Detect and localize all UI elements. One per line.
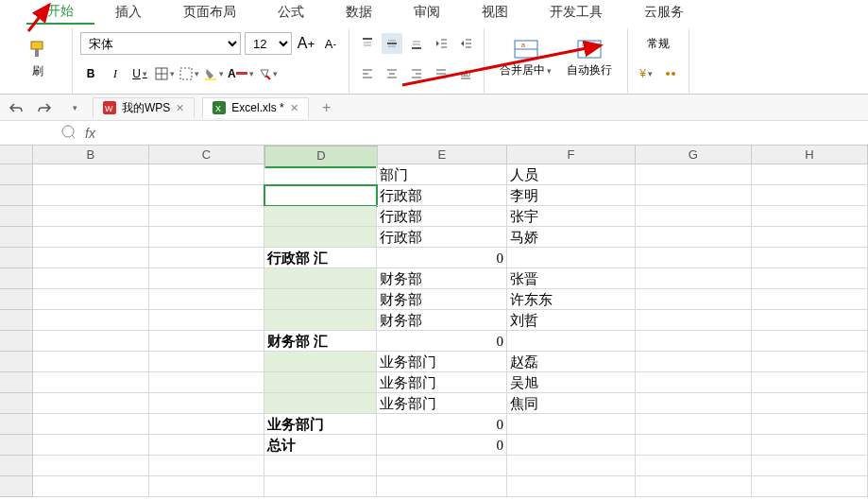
cell[interactable]: 业务部门 [264, 414, 377, 435]
cell[interactable] [264, 393, 377, 414]
menu-tab-6[interactable]: 视图 [461, 1, 529, 24]
cell[interactable] [752, 248, 868, 268]
font-color-button[interactable]: A▾ [228, 63, 254, 84]
row-header[interactable] [0, 372, 33, 393]
align-left-button[interactable] [357, 63, 378, 84]
row-header[interactable] [0, 268, 33, 289]
cell[interactable] [33, 414, 149, 435]
cell[interactable] [507, 435, 636, 456]
cell[interactable] [752, 310, 868, 331]
cell[interactable]: 0 [377, 248, 507, 268]
italic-button[interactable]: I [105, 63, 126, 84]
row-header[interactable] [0, 331, 33, 352]
cell[interactable] [33, 248, 149, 268]
align-right-button[interactable] [406, 63, 427, 84]
cell[interactable] [149, 393, 264, 414]
cell[interactable] [636, 289, 752, 310]
cell[interactable]: 财务部 [377, 310, 507, 331]
cell[interactable] [33, 352, 149, 372]
cell[interactable] [264, 206, 377, 227]
currency-button[interactable]: ¥▾ [636, 63, 656, 84]
cell[interactable] [377, 456, 507, 476]
cell[interactable] [149, 435, 264, 456]
cell[interactable] [149, 414, 264, 435]
cell[interactable] [636, 414, 752, 435]
cell[interactable] [752, 289, 868, 310]
cell[interactable] [149, 185, 264, 206]
cell[interactable]: 0 [377, 435, 507, 456]
cell[interactable] [33, 206, 149, 227]
cell[interactable] [33, 331, 149, 352]
cell[interactable] [149, 164, 264, 185]
column-header-B[interactable]: B [33, 146, 149, 164]
cell[interactable] [33, 435, 149, 456]
cell[interactable] [33, 185, 149, 206]
format-painter-button[interactable]: 刷 [11, 28, 64, 89]
column-header-C[interactable]: C [149, 146, 264, 164]
clear-format-button[interactable]: ▾ [258, 63, 279, 84]
cell[interactable] [33, 310, 149, 331]
cell[interactable] [149, 310, 264, 331]
cell[interactable] [636, 372, 752, 393]
redo-button[interactable] [34, 97, 55, 118]
cell[interactable] [752, 476, 868, 497]
cell[interactable] [507, 331, 636, 352]
cell[interactable] [752, 414, 868, 435]
undo-button[interactable] [6, 97, 26, 118]
cell[interactable] [149, 456, 264, 476]
cell[interactable] [33, 227, 149, 248]
row-header[interactable] [0, 352, 33, 372]
border-style-button[interactable]: ▾ [179, 63, 199, 84]
cell[interactable]: 张晋 [507, 268, 636, 289]
cell[interactable]: 赵磊 [507, 352, 636, 372]
row-header[interactable] [0, 289, 33, 310]
insert-function-icon[interactable] [60, 124, 76, 142]
align-middle-button[interactable] [382, 33, 402, 54]
cell[interactable] [636, 206, 752, 227]
cell[interactable] [636, 435, 752, 456]
menu-tab-2[interactable]: 页面布局 [162, 1, 257, 24]
row-header[interactable] [0, 164, 33, 185]
font-name-select[interactable]: 宋体 [80, 32, 241, 55]
column-header-F[interactable]: F [507, 146, 636, 164]
cell[interactable] [149, 248, 264, 268]
cell[interactable] [33, 268, 149, 289]
cell[interactable] [149, 268, 264, 289]
row-header[interactable] [0, 435, 33, 456]
font-size-select[interactable]: 12 [245, 32, 292, 55]
row-header[interactable] [0, 476, 33, 497]
cell[interactable] [264, 268, 377, 289]
cell[interactable]: 财务部 [377, 289, 507, 310]
cell[interactable] [507, 248, 636, 268]
row-header[interactable] [0, 248, 33, 268]
cell[interactable]: 许东东 [507, 289, 636, 310]
cell[interactable]: 行政部 [377, 185, 507, 206]
cell[interactable] [377, 476, 507, 497]
cell[interactable] [149, 206, 264, 227]
cell[interactable]: 财务部 [377, 268, 507, 289]
cell[interactable]: 张宇 [507, 206, 636, 227]
decrease-indent-button[interactable] [431, 33, 451, 54]
column-header-E[interactable]: E [378, 146, 508, 164]
menu-tab-1[interactable]: 插入 [94, 1, 162, 24]
doc-tab-excel[interactable]: X Excel.xls * ✕ [202, 97, 308, 118]
cell[interactable] [33, 164, 149, 185]
cell[interactable] [149, 372, 264, 393]
row-header[interactable] [0, 206, 33, 227]
cell[interactable]: 行政部 [377, 227, 507, 248]
cell[interactable] [636, 227, 752, 248]
row-header[interactable] [0, 227, 33, 248]
cell[interactable]: 业务部门 [377, 352, 507, 372]
menu-tab-0[interactable]: 开始 [26, 0, 94, 25]
cell[interactable] [752, 331, 868, 352]
cell[interactable] [636, 310, 752, 331]
cell[interactable] [636, 185, 752, 206]
cell[interactable] [636, 164, 752, 185]
cell[interactable] [752, 164, 868, 185]
formula-input[interactable] [105, 121, 868, 145]
cell[interactable] [752, 185, 868, 206]
cell[interactable]: 财务部 汇 [264, 331, 377, 352]
cell[interactable] [264, 227, 377, 248]
cell[interactable] [264, 185, 377, 206]
cell[interactable] [636, 248, 752, 268]
